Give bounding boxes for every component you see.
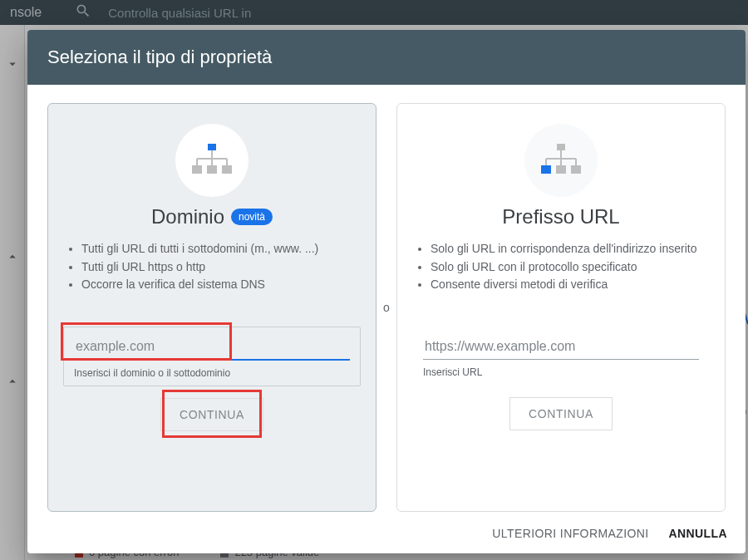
- domain-title-row: Dominio novità: [63, 205, 361, 228]
- domain-icon-circle: [175, 124, 249, 197]
- domain-continue-row: CONTINUA: [63, 398, 361, 431]
- svg-rect-7: [207, 165, 217, 174]
- urlprefix-option-card[interactable]: Prefisso URL Solo gli URL in corrisponde…: [396, 103, 726, 512]
- svg-rect-9: [557, 144, 565, 150]
- urlprefix-icon-wrap: [412, 124, 710, 197]
- urlprefix-bullet: Solo gli URL in corrispondenza dell'indi…: [431, 240, 708, 258]
- urlprefix-input[interactable]: [423, 334, 699, 360]
- domain-icon-wrap: [63, 124, 361, 197]
- domain-bullet: Occorre la verifica del sistema DNS: [81, 276, 359, 294]
- domain-title: Dominio: [151, 205, 224, 228]
- divider-or: o: [376, 103, 396, 512]
- domain-input-area: Inserisci il dominio o il sottodominio: [63, 327, 361, 386]
- modal-title: Seleziona il tipo di proprietà: [47, 47, 726, 68]
- urlprefix-continue-button[interactable]: CONTINUA: [509, 397, 613, 430]
- svg-rect-0: [208, 144, 216, 150]
- urlprefix-input-area: Inserisci URL: [412, 327, 710, 386]
- domain-continue-button[interactable]: CONTINUA: [160, 398, 263, 431]
- domain-option-card[interactable]: Dominio novità Tutti gli URL di tutti i …: [47, 103, 376, 512]
- urlprefix-icon-circle: [524, 124, 598, 197]
- urlprefix-bullet: Solo gli URL con il protocollo specifica…: [431, 258, 708, 277]
- modal-header: Seleziona il tipo di proprietà: [27, 30, 746, 85]
- sitemap-icon: [539, 142, 583, 179]
- svg-rect-16: [556, 165, 566, 174]
- urlprefix-bullets: Solo gli URL in corrispondenza dell'indi…: [412, 240, 710, 312]
- domain-bullets: Tutti gli URL di tutti i sottodomini (m.…: [63, 240, 361, 312]
- urlprefix-continue-row: CONTINUA: [412, 397, 710, 430]
- property-type-modal: Seleziona il tipo di proprietà: [27, 30, 746, 553]
- urlprefix-title: Prefisso URL: [502, 205, 619, 228]
- new-badge: novità: [231, 209, 273, 225]
- urlprefix-bullet: Consente diversi metodi di verifica: [431, 276, 708, 294]
- urlprefix-title-row: Prefisso URL: [412, 205, 710, 228]
- svg-rect-8: [222, 165, 232, 174]
- svg-rect-6: [192, 165, 202, 174]
- domain-input[interactable]: [74, 334, 350, 361]
- urlprefix-input-helper: Inserisci URL: [423, 366, 699, 378]
- domain-input-helper: Inserisci il dominio o il sottodominio: [74, 367, 350, 379]
- cancel-button[interactable]: ANNULLA: [669, 527, 727, 540]
- modal-footer: ULTERIORI INFORMAZIONI ANNULLA: [27, 518, 746, 553]
- svg-rect-15: [541, 165, 551, 174]
- modal-body: Dominio novità Tutti gli URL di tutti i …: [27, 85, 746, 518]
- sitemap-icon: [189, 142, 234, 179]
- domain-bullet: Tutti gli URL di tutti i sottodomini (m.…: [81, 240, 359, 258]
- learn-more-link[interactable]: ULTERIORI INFORMAZIONI: [492, 527, 648, 540]
- svg-rect-17: [571, 165, 581, 174]
- domain-bullet: Tutti gli URL https o http: [81, 258, 359, 277]
